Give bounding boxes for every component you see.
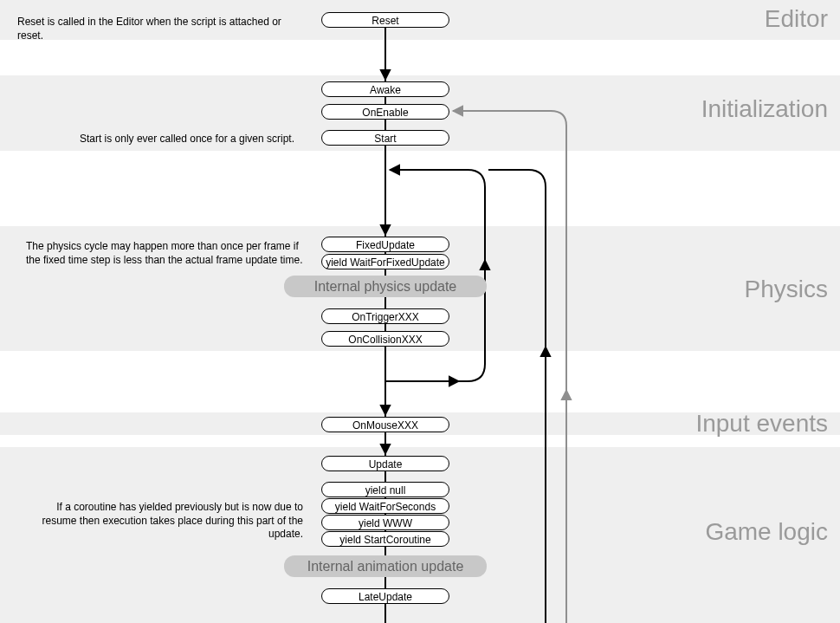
title-input: Input events bbox=[695, 410, 828, 438]
node-internalAnim: Internal animation update bbox=[284, 555, 487, 577]
node-reset: Reset bbox=[321, 12, 449, 28]
note-init: Start is only ever called once for a giv… bbox=[35, 133, 294, 146]
note-physics: The physics cycle may happen more than o… bbox=[26, 240, 310, 267]
node-update: Update bbox=[321, 456, 449, 471]
node-onEnable: OnEnable bbox=[321, 104, 449, 120]
title-physics: Physics bbox=[745, 276, 828, 303]
note-game: If a coroutine has yielded previously bu… bbox=[35, 501, 303, 542]
node-yieldNull: yield null bbox=[321, 482, 449, 497]
node-awake: Awake bbox=[321, 81, 449, 97]
node-lateUpdate: LateUpdate bbox=[321, 588, 449, 604]
node-onCollision: OnCollisionXXX bbox=[321, 331, 449, 347]
title-editor: Editor bbox=[765, 5, 828, 33]
node-fixedUpdate: FixedUpdate bbox=[321, 237, 449, 252]
node-start: Start bbox=[321, 130, 449, 146]
node-internalPhys: Internal physics update bbox=[284, 276, 487, 297]
node-yieldWWW: yield WWW bbox=[321, 515, 449, 530]
node-yieldStart: yield StartCoroutine bbox=[321, 531, 449, 547]
node-onTrigger: OnTriggerXXX bbox=[321, 308, 449, 324]
title-game: Game logic bbox=[705, 518, 828, 546]
node-yieldSeconds: yield WaitForSeconds bbox=[321, 498, 449, 514]
title-init: Initialization bbox=[701, 95, 828, 123]
node-yieldFixed: yield WaitForFixedUpdate bbox=[321, 254, 449, 269]
note-editor: Reset is called in the Editor when the s… bbox=[17, 16, 294, 42]
node-onMouse: OnMouseXXX bbox=[321, 417, 449, 432]
